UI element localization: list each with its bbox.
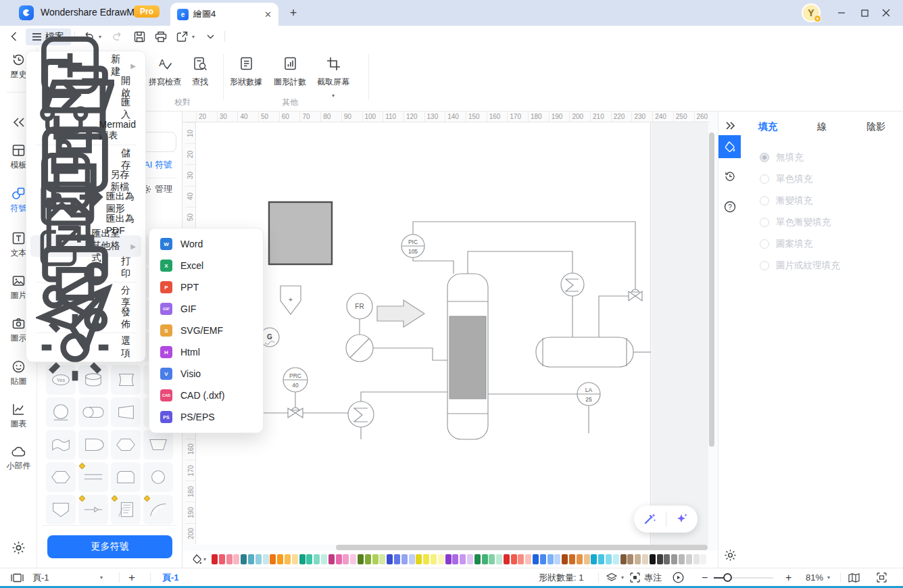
color-swatch[interactable] — [321, 554, 327, 564]
submenu-item-visio[interactable]: VVisio — [149, 363, 263, 385]
color-swatch[interactable] — [562, 554, 568, 564]
color-swatch[interactable] — [445, 554, 452, 564]
print-button[interactable] — [153, 28, 169, 45]
sidebar-item-stickers[interactable]: 貼圖 — [0, 360, 37, 387]
fill-option-pattern[interactable]: 圖案填充 — [760, 233, 812, 255]
color-swatch[interactable] — [255, 554, 262, 564]
save-button[interactable] — [131, 28, 147, 45]
color-swatch[interactable] — [299, 554, 306, 564]
tab-line[interactable]: 線 — [795, 118, 849, 136]
symbol-cell[interactable] — [111, 397, 141, 427]
color-swatch[interactable] — [438, 554, 444, 564]
heat-exchanger-top[interactable] — [561, 273, 584, 296]
symbol-cell[interactable] — [46, 430, 76, 460]
manage-symbols-button[interactable]: 管理 — [142, 183, 172, 195]
color-swatch[interactable] — [241, 554, 247, 564]
active-page-tab[interactable]: 頁-1 — [162, 568, 179, 587]
export-dropdown-icon[interactable]: ▾ — [189, 28, 197, 45]
symbol-cell[interactable] — [111, 462, 141, 492]
color-swatch[interactable] — [657, 554, 663, 564]
color-swatch[interactable] — [635, 554, 641, 564]
color-swatch[interactable] — [598, 554, 604, 564]
color-swatch[interactable] — [423, 554, 429, 564]
heat-exchanger-bottom[interactable] — [348, 401, 374, 427]
submenu-item-svg[interactable]: SSVG/EMF — [149, 320, 263, 341]
color-swatch[interactable] — [642, 554, 648, 564]
color-swatch[interactable] — [365, 554, 371, 564]
shape-data-button[interactable]: 形狀數據 — [224, 56, 268, 88]
symbol-cell[interactable] — [143, 495, 173, 524]
fill-option-gradient[interactable]: 漸變填充 — [760, 190, 812, 212]
color-swatch[interactable] — [350, 554, 356, 564]
symbol-cell[interactable] — [111, 365, 141, 395]
symbol-cell[interactable] — [46, 462, 76, 492]
color-swatch[interactable] — [591, 554, 597, 564]
color-swatch[interactable] — [627, 554, 633, 564]
color-swatch[interactable] — [606, 554, 612, 564]
page-selector[interactable]: 頁-1 — [32, 568, 49, 587]
color-swatch[interactable] — [650, 554, 656, 564]
submenu-item-word[interactable]: WWord — [149, 233, 263, 255]
document-tab[interactable]: e 繪圖4 ✕ — [170, 3, 278, 26]
minimize-button[interactable] — [834, 5, 849, 20]
color-swatch[interactable] — [379, 554, 385, 564]
color-swatch[interactable] — [372, 554, 379, 564]
presentation-play-button[interactable] — [673, 568, 684, 587]
color-swatch[interactable] — [525, 554, 531, 564]
color-swatch[interactable] — [533, 554, 539, 564]
new-tab-button[interactable]: + — [287, 6, 300, 20]
color-swatch[interactable] — [489, 554, 495, 564]
fill-option-texture[interactable]: 圖片或紋理填充 — [760, 255, 840, 276]
symbol-cell[interactable] — [46, 495, 76, 524]
color-swatch[interactable] — [613, 554, 619, 564]
color-swatch[interactable] — [314, 554, 320, 564]
color-swatch[interactable] — [504, 554, 510, 564]
color-swatch[interactable] — [693, 554, 700, 564]
tab-shadow[interactable]: 陰影 — [849, 118, 903, 136]
redo-button[interactable] — [109, 28, 124, 45]
vertical-scrollbar[interactable] — [709, 132, 714, 447]
find-button[interactable]: 查找 — [178, 56, 222, 88]
ai-sparkle-button[interactable] — [666, 512, 698, 526]
distillation-column[interactable] — [447, 274, 488, 439]
color-swatch[interactable] — [212, 554, 218, 564]
menu-item-options[interactable]: 選項 — [30, 337, 141, 358]
zoom-out-button[interactable]: − — [702, 568, 708, 587]
color-swatch[interactable] — [401, 554, 408, 564]
color-swatch[interactable] — [248, 554, 254, 564]
sidebar-item-widgets[interactable]: 小部件 — [0, 445, 37, 472]
fill-option-solid[interactable]: 單色填充 — [760, 168, 812, 190]
submenu-item-cad[interactable]: CADCAD (.dxf) — [149, 385, 263, 406]
zoom-level[interactable]: 81%▾ — [806, 568, 830, 587]
pan-map-button[interactable] — [848, 568, 860, 587]
horizontal-scrollbar[interactable] — [336, 545, 708, 550]
expand-panel-icon[interactable] — [718, 118, 741, 133]
color-swatch[interactable] — [358, 554, 364, 564]
history-panel-icon[interactable] — [718, 169, 741, 184]
symbol-cell[interactable] — [143, 462, 173, 492]
color-swatch[interactable] — [577, 554, 583, 564]
color-swatch[interactable] — [233, 554, 239, 564]
color-swatch[interactable] — [664, 554, 670, 564]
color-swatch[interactable] — [460, 554, 466, 564]
fill-color-icon[interactable] — [192, 554, 202, 565]
color-swatch[interactable] — [285, 554, 291, 564]
color-swatch[interactable] — [686, 554, 692, 564]
control-valve-right[interactable] — [629, 287, 642, 301]
close-tab-icon[interactable]: ✕ — [264, 10, 272, 19]
color-swatch[interactable] — [518, 554, 524, 564]
palette-dropdown-icon[interactable]: ▾ — [203, 556, 206, 562]
symbol-cell[interactable] — [78, 495, 108, 524]
symbol-cell[interactable] — [111, 495, 141, 524]
page-layout-icon[interactable] — [11, 568, 24, 587]
color-swatch[interactable] — [270, 554, 276, 564]
symbol-cell[interactable] — [143, 430, 173, 460]
fit-to-screen-button[interactable] — [877, 568, 887, 587]
color-swatch[interactable] — [394, 554, 400, 564]
screen-capture-button[interactable]: 截取屏幕 ▾ — [311, 56, 356, 99]
color-swatch[interactable] — [226, 554, 233, 564]
color-swatch[interactable] — [700, 554, 706, 564]
color-swatch[interactable] — [679, 554, 685, 564]
panel-settings-gear-icon[interactable] — [718, 547, 741, 562]
color-swatch[interactable] — [496, 554, 502, 564]
